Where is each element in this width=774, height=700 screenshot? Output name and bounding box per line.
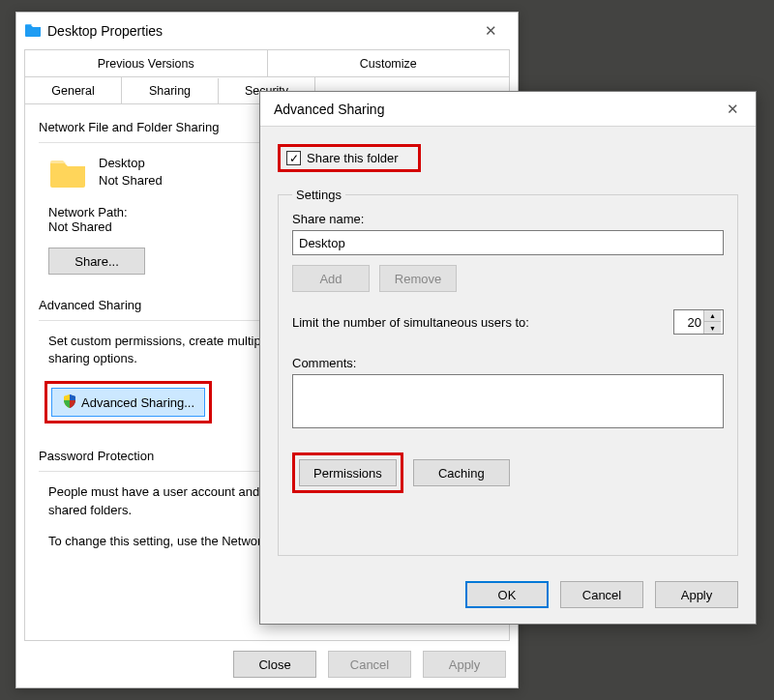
advanced-sharing-button[interactable]: Advanced Sharing...	[51, 388, 205, 417]
shield-icon	[62, 394, 77, 412]
checkbox-checked-icon: ✓	[286, 151, 301, 165]
close-icon[interactable]: ✕	[713, 94, 752, 125]
tab-previous-versions[interactable]: Previous Versions	[25, 50, 268, 76]
limit-users-label: Limit the number of simultaneous users t…	[292, 315, 529, 330]
settings-legend: Settings	[292, 188, 345, 202]
comments-textarea[interactable]	[292, 374, 724, 428]
properties-titlebar: Desktop Properties ✕	[16, 13, 518, 49]
tab-sharing[interactable]: Sharing	[122, 78, 219, 104]
caching-button[interactable]: Caching	[413, 459, 510, 486]
add-button[interactable]: Add	[292, 265, 370, 292]
remove-button[interactable]: Remove	[379, 265, 457, 292]
tab-general[interactable]: General	[25, 77, 122, 103]
folder-share-status: Not Shared	[99, 172, 163, 190]
share-name-label: Share name:	[292, 212, 724, 226]
properties-close-button[interactable]: Close	[233, 651, 316, 678]
apply-button[interactable]: Apply	[655, 581, 738, 608]
tab-customize[interactable]: Customize	[268, 50, 510, 76]
share-this-folder-checkbox[interactable]: ✓ Share this folder	[281, 147, 418, 169]
share-this-folder-label: Share this folder	[307, 151, 399, 165]
advanced-sharing-dialog: Advanced Sharing ✕ ✓ Share this folder S…	[259, 91, 757, 625]
permissions-button[interactable]: Permissions	[299, 459, 397, 486]
spinner-down-icon[interactable]: ▼	[704, 322, 721, 334]
comments-label: Comments:	[292, 356, 724, 370]
advanced-sharing-titlebar: Advanced Sharing ✕	[260, 92, 756, 127]
folder-large-icon	[48, 155, 87, 190]
advanced-sharing-title: Advanced Sharing	[274, 102, 384, 117]
ok-button[interactable]: OK	[465, 581, 549, 608]
properties-cancel-button[interactable]: Cancel	[328, 651, 411, 678]
settings-group: Settings Share name: Add Remove Limit th…	[278, 188, 738, 556]
advanced-sharing-button-label: Advanced Sharing...	[81, 395, 194, 410]
folder-icon	[24, 22, 42, 41]
share-button[interactable]: Share...	[48, 248, 145, 275]
properties-apply-button[interactable]: Apply	[423, 651, 506, 678]
cancel-button[interactable]: Cancel	[560, 581, 643, 608]
folder-name: Desktop	[99, 155, 163, 172]
limit-users-input[interactable]	[674, 314, 703, 331]
spinner-up-icon[interactable]: ▲	[704, 310, 721, 322]
share-name-input[interactable]	[292, 230, 724, 255]
limit-users-spinner[interactable]: ▲ ▼	[673, 309, 724, 335]
close-icon[interactable]: ✕	[471, 15, 510, 46]
properties-title: Desktop Properties	[47, 23, 163, 39]
